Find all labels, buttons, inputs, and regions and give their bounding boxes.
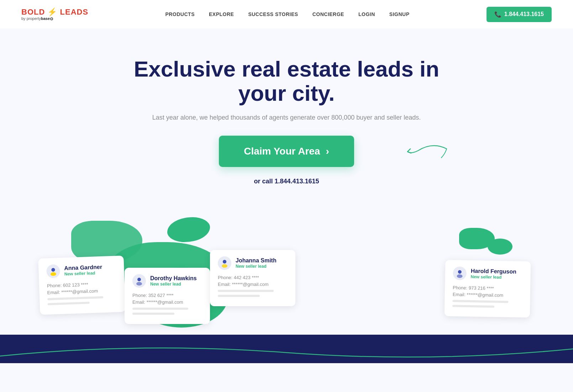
card-phone-anna: Phone: 602 123 ****	[47, 281, 117, 289]
hero-subtext: Last year alone, we helped thousands of …	[21, 114, 552, 121]
card-line-2	[48, 302, 90, 305]
logo-sub: by propertybase	[21, 16, 88, 21]
svg-point-1	[51, 272, 56, 276]
svg-point-2	[51, 268, 55, 272]
hero-headline: Exclusive real estate leads in your city…	[126, 57, 447, 105]
card-phone-dorothy: Phone: 352 627 ****	[132, 293, 202, 298]
card-line-6	[218, 295, 260, 297]
lead-card-johanna: Johanna Smith New seller lead Phone: 442…	[210, 250, 295, 306]
svg-point-3	[137, 278, 141, 281]
card-header-harold: Harold Ferguson New seller lead	[453, 267, 523, 281]
svg-point-4	[136, 282, 142, 286]
cta-label: Claim Your Area	[244, 146, 320, 157]
lead-card-harold: Harold Ferguson New seller lead Phone: 9…	[445, 260, 531, 318]
lead-card-dorothy: Dorothy Hawkins New seller lead Phone: 3…	[125, 268, 210, 324]
nav-concierge[interactable]: CONCIERGE	[312, 11, 344, 17]
avatar-anna	[46, 265, 60, 278]
card-line-8	[452, 305, 494, 308]
card-name-dorothy: Dorothy Hawkins	[150, 275, 197, 282]
nav-right: 📞 1.844.413.1615	[487, 7, 552, 22]
card-line-5	[218, 290, 274, 292]
hero-section: Exclusive real estate leads in your city…	[0, 28, 573, 199]
card-line-4	[132, 313, 174, 315]
card-email-anna: Email: ******@gmail.com	[47, 288, 117, 296]
nav-success-stories[interactable]: SUCCESS STORIES	[248, 11, 298, 17]
card-header-dorothy: Dorothy Hawkins New seller lead	[132, 274, 202, 288]
nav-explore[interactable]: EXPLORE	[209, 11, 234, 17]
svg-point-9	[457, 275, 463, 278]
lead-card-anna: Anna Gardner New seller lead Phone: 602 …	[38, 256, 125, 315]
card-phone-harold: Phone: 973 216 ****	[453, 285, 522, 292]
card-line-7	[452, 300, 508, 303]
phone-number: 1.844.413.1615	[504, 11, 544, 17]
card-badge-johanna: New seller lead	[236, 264, 277, 269]
card-badge-dorothy: New seller lead	[150, 282, 197, 287]
card-header-johanna: Johanna Smith New seller lead	[218, 256, 288, 270]
or-call-text: or call 1.844.413.1615	[21, 178, 552, 185]
nav-signup[interactable]: SIGNUP	[389, 11, 410, 17]
card-email-dorothy: Email: ******@gmail.com	[132, 299, 202, 305]
svg-point-8	[458, 270, 462, 274]
svg-point-7	[223, 260, 226, 263]
bottom-bar	[0, 335, 573, 363]
phone-button[interactable]: 📞 1.844.413.1615	[487, 7, 552, 22]
card-line-3	[132, 308, 188, 310]
card-phone-johanna: Phone: 442 423 ****	[218, 275, 288, 280]
nav-links: PRODUCTS EXPLORE SUCCESS STORIES CONCIER…	[165, 11, 409, 17]
phone-icon: 📞	[494, 11, 501, 18]
card-email-johanna: Email: ******@gmail.com	[218, 282, 288, 287]
cta-area: Claim Your Area ›	[21, 136, 552, 167]
card-line-1	[47, 296, 103, 300]
card-email-harold: Email: ******@gmail.com	[453, 292, 522, 298]
arrow-annotation	[404, 138, 450, 164]
avatar-dorothy	[132, 274, 146, 288]
navbar: BOLD ⚡ LEADS by propertybase PRODUCTS EX…	[0, 0, 573, 28]
avatar-harold	[453, 267, 467, 281]
arrow-right-icon: ›	[326, 146, 329, 157]
card-name-johanna: Johanna Smith	[236, 257, 277, 264]
nav-products[interactable]: PRODUCTS	[165, 11, 195, 17]
card-badge-harold: New seller lead	[471, 275, 516, 280]
card-header: Anna Gardner New seller lead	[46, 262, 116, 278]
cards-section: Anna Gardner New seller lead Phone: 602 …	[0, 199, 573, 335]
nav-login[interactable]: LOGIN	[358, 11, 375, 17]
card-badge-anna: New seller lead	[64, 270, 102, 277]
avatar-johanna	[218, 256, 231, 270]
logo-text: BOLD ⚡ LEADS	[21, 8, 88, 16]
svg-point-6	[222, 264, 227, 268]
claim-area-button[interactable]: Claim Your Area ›	[219, 136, 354, 167]
logo[interactable]: BOLD ⚡ LEADS by propertybase	[21, 8, 88, 21]
